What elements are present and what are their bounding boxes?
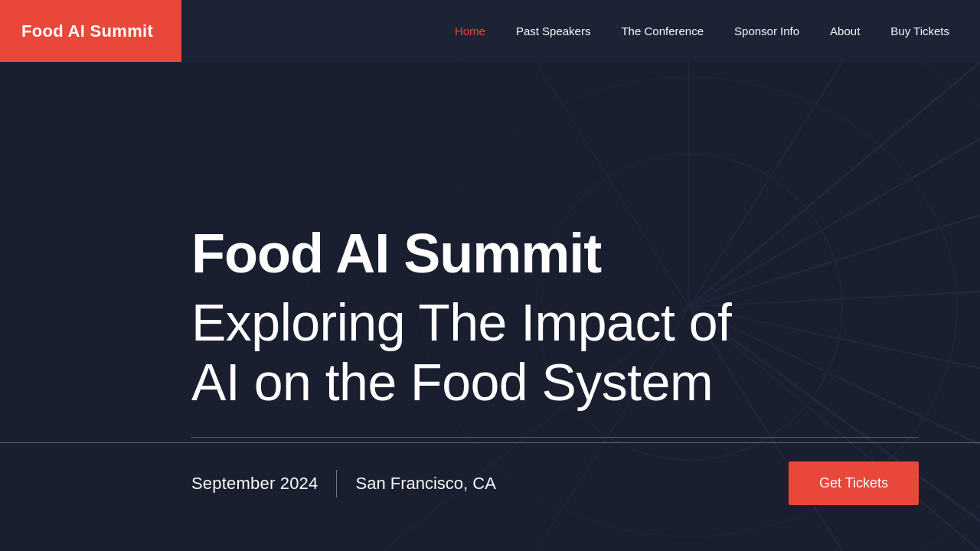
navbar: Food AI Summit Home Past Speakers The Co… xyxy=(0,0,980,62)
nav-home[interactable]: Home xyxy=(443,17,498,45)
hero-subtitle-line2: AI on the Food System xyxy=(191,353,713,411)
hero-subtitle: Exploring The Impact of AI on the Food S… xyxy=(191,292,919,412)
hero-location: San Francisco, CA xyxy=(355,474,495,494)
hero-text: Food AI Summit Exploring The Impact of A… xyxy=(0,223,980,412)
hero-info-bar: September 2024 San Francisco, CA Get Tic… xyxy=(0,442,980,505)
nav-the-conference[interactable]: The Conference xyxy=(609,17,716,45)
hero-divider-line xyxy=(191,437,919,438)
hero-title: Food AI Summit xyxy=(191,223,919,284)
hero-subtitle-line1: Exploring The Impact of xyxy=(191,293,731,351)
hero-date: September 2024 xyxy=(191,474,318,494)
nav-past-speakers[interactable]: Past Speakers xyxy=(504,17,603,45)
brand-name: Food AI Summit xyxy=(21,21,153,41)
nav-buy-tickets[interactable]: Buy Tickets xyxy=(878,17,962,45)
hero-section: Food AI Summit Exploring The Impact of A… xyxy=(0,62,980,551)
nav-links: Home Past Speakers The Conference Sponso… xyxy=(443,0,980,62)
nav-about[interactable]: About xyxy=(818,17,872,45)
brand-logo[interactable]: Food AI Summit xyxy=(0,0,181,62)
get-tickets-button[interactable]: Get Tickets xyxy=(789,461,919,505)
nav-sponsor-info[interactable]: Sponsor Info xyxy=(722,17,812,45)
info-bar-divider xyxy=(336,470,337,497)
